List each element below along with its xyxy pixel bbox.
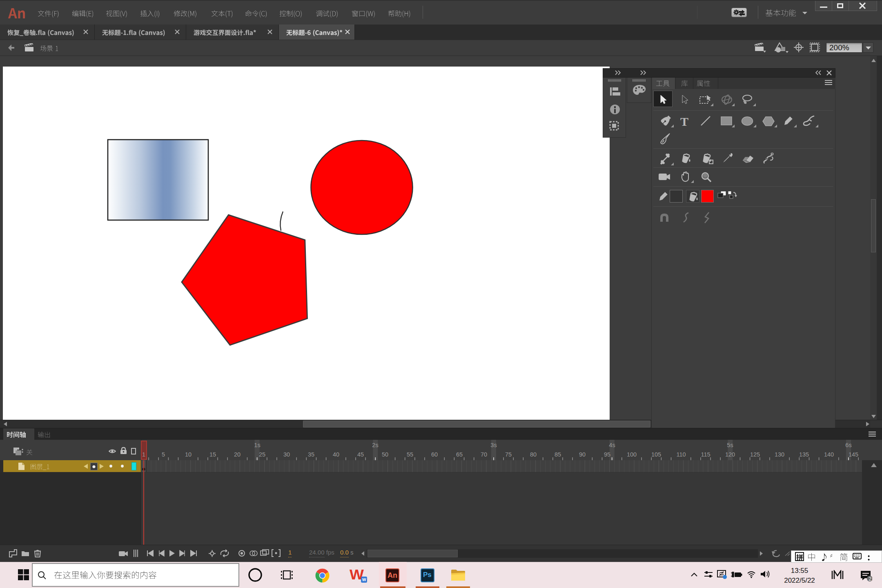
svg-text:2: 2 — [869, 576, 871, 581]
